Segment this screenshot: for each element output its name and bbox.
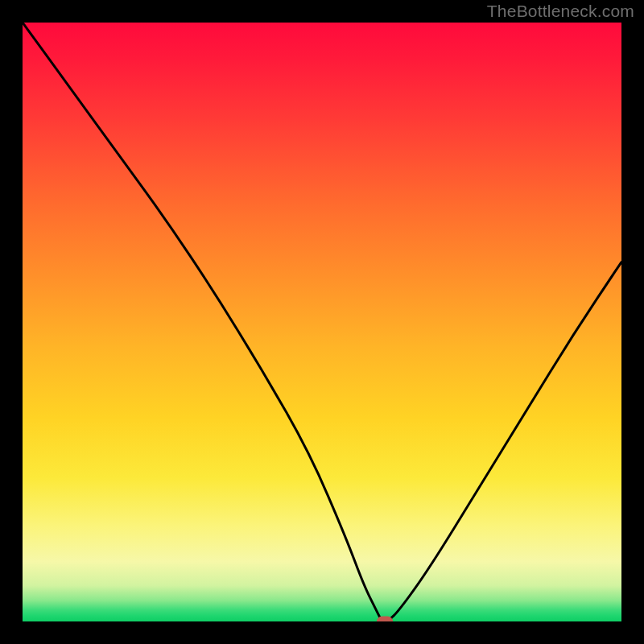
bottleneck-curve xyxy=(23,23,621,621)
curve-path xyxy=(23,23,621,621)
chart-frame: TheBottleneck.com xyxy=(0,0,644,644)
watermark-text: TheBottleneck.com xyxy=(487,2,634,21)
plot-area xyxy=(23,23,621,621)
optimum-marker xyxy=(377,617,393,622)
